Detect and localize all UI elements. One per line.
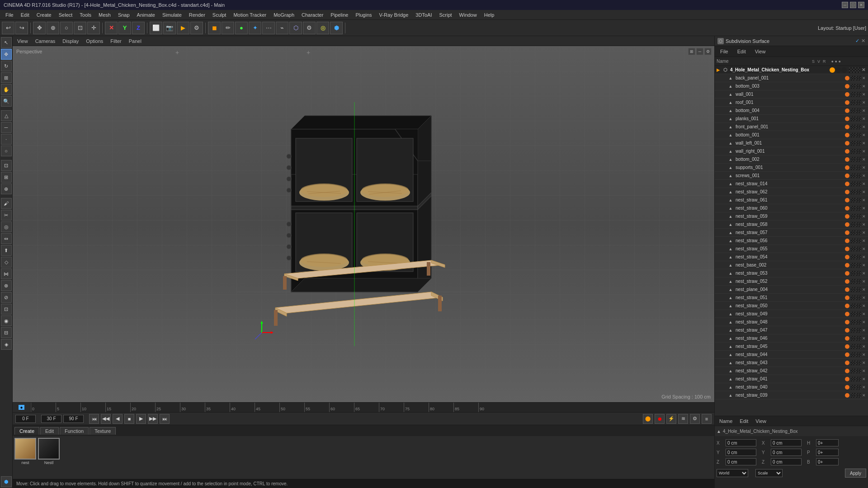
obj-item-nest_straw_046[interactable]: ▲nest_straw_046 ✕ xyxy=(715,334,868,343)
obj-tab-view[interactable]: View xyxy=(752,48,769,55)
menu-render[interactable]: Render xyxy=(185,11,209,19)
zoom-tool[interactable]: 🔍 xyxy=(1,96,12,107)
obj-item-roof_001[interactable]: ▲roof_001 ✕ xyxy=(715,99,868,107)
dot-x-2[interactable]: ✕ xyxy=(862,92,866,97)
obj-item-nest_straw_052[interactable]: ▲nest_straw_052 ✕ xyxy=(715,277,868,286)
motion-button[interactable]: ≋ xyxy=(678,414,688,424)
select-tool[interactable]: ↖ xyxy=(1,37,12,48)
play-button[interactable]: ▶ xyxy=(136,414,146,424)
gear-tool-button[interactable]: ⚙ xyxy=(303,22,316,34)
obj-item-nest_straw_043[interactable]: ▲nest_straw_043 ✕ xyxy=(715,359,868,367)
bulge-button[interactable]: ◎ xyxy=(316,22,329,34)
viewport-options-menu[interactable]: Options xyxy=(84,38,105,44)
dot-x-12[interactable]: ✕ xyxy=(862,174,866,178)
edge-mode[interactable]: ─ xyxy=(1,122,12,133)
subdiv-tool-button[interactable]: ⬡ xyxy=(289,22,302,34)
obj-item-bottom_002[interactable]: ▲bottom_002 ✕ xyxy=(715,155,868,164)
dot-x-25[interactable]: ✕ xyxy=(862,279,866,284)
point-mode[interactable]: · xyxy=(1,134,12,145)
material-swatch-nest[interactable] xyxy=(14,438,36,460)
attr-x-pos[interactable] xyxy=(726,439,756,446)
play-reverse-button[interactable]: ◀ xyxy=(113,414,123,424)
current-frame-input[interactable] xyxy=(15,415,36,423)
dissolve-tool[interactable]: ⊘ xyxy=(1,292,12,303)
obj-item-nest_base_002[interactable]: ▲nest_base_002 ✕ xyxy=(715,261,868,269)
viewport-cameras-menu[interactable]: Cameras xyxy=(33,38,57,44)
object-mode[interactable]: ○ xyxy=(1,145,12,156)
viewport-filter-menu[interactable]: Filter xyxy=(108,38,123,44)
vp-expand-btn[interactable]: ⊞ xyxy=(688,48,695,55)
tab-edit[interactable]: Edit xyxy=(40,427,59,435)
material-tool[interactable]: ◈ xyxy=(1,339,12,350)
obj-item-bottom_001[interactable]: ▲bottom_001 ✕ xyxy=(715,131,868,139)
viewport-panel-menu[interactable]: Panel xyxy=(127,38,143,44)
weld-tool[interactable]: ⊗ xyxy=(1,280,12,291)
prev-frame-button[interactable]: ◀◀ xyxy=(101,414,111,424)
x-axis-button[interactable]: ✕ xyxy=(105,22,118,34)
menu-file[interactable]: File xyxy=(2,11,17,19)
dot-x-17[interactable]: ✕ xyxy=(862,214,866,219)
render-button[interactable]: ▶ xyxy=(177,22,189,34)
loop-tool[interactable]: ⊡ xyxy=(1,304,12,314)
viewport-3d[interactable]: Perspective Grid Spacing : 100 cm ⊞ ─ ⚙ xyxy=(13,46,714,402)
dot-x-1[interactable]: ✕ xyxy=(862,84,866,89)
stop-button[interactable]: ■ xyxy=(124,414,134,424)
dot-x-33[interactable]: ✕ xyxy=(862,344,866,349)
obj-item-nest_straw_054[interactable]: ▲nest_straw_054 ✕ xyxy=(715,253,868,261)
apply-button[interactable]: Apply xyxy=(845,469,866,478)
deformer-button[interactable]: ⌁ xyxy=(276,22,288,34)
obj-item-nest_straw_051[interactable]: ▲nest_straw_051 ✕ xyxy=(715,294,868,302)
dot-x-3[interactable]: ✕ xyxy=(862,100,866,105)
obj-item-screws_001[interactable]: ▲screws_001 ✕ xyxy=(715,172,868,180)
dot-x-31[interactable]: ✕ xyxy=(862,328,866,333)
extrude-tool[interactable]: ⬆ xyxy=(1,245,12,256)
attr-z-pos[interactable] xyxy=(726,458,756,465)
obj-item-wall_right_001[interactable]: ▲wall_right_001 ✕ xyxy=(715,147,868,155)
magnet-tool[interactable]: ◎ xyxy=(1,221,12,232)
dot-x-30[interactable]: ✕ xyxy=(862,320,866,324)
cube-button[interactable]: ◼ xyxy=(208,22,221,34)
go-start-button[interactable]: ⏮ xyxy=(89,414,99,424)
attr-y-pos[interactable] xyxy=(726,449,756,456)
obj-item-nest_straw_039[interactable]: ▲nest_straw_039 ✕ xyxy=(715,391,868,399)
menu-snap[interactable]: Snap xyxy=(114,11,133,19)
axis-tool[interactable]: ⊕ xyxy=(1,183,12,194)
circle-tool-button[interactable]: ○ xyxy=(60,22,73,34)
obj-item-nest_straw_055[interactable]: ▲nest_straw_055 ✕ xyxy=(715,245,868,253)
menu-mograph[interactable]: MoGraph xyxy=(270,11,298,19)
menu-sculpt[interactable]: Sculpt xyxy=(209,11,230,19)
dot-x-35[interactable]: ✕ xyxy=(862,361,866,365)
dot-x-btn[interactable]: ✕ xyxy=(861,67,866,73)
settings-button[interactable]: ⚙ xyxy=(690,414,700,424)
obj-item-nest_straw_048[interactable]: ▲nest_straw_048 ✕ xyxy=(715,318,868,326)
redo-button[interactable]: ↪ xyxy=(15,22,28,34)
dot-x-39[interactable]: ✕ xyxy=(862,393,866,398)
obj-item-nest_straw_062[interactable]: ▲nest_straw_062 ✕ xyxy=(715,188,868,196)
add-object-button[interactable]: ⊕ xyxy=(47,22,59,34)
brush-button[interactable]: ● xyxy=(235,22,248,34)
attr-p-val[interactable] xyxy=(816,449,839,456)
obj-root-item[interactable]: ▶ ⬡ 4_Hole_Metal_Chicken_Nesting_Box ✕ xyxy=(715,66,868,74)
obj-item-wall_001[interactable]: ▲wall_001 ✕ xyxy=(715,90,868,99)
end-frame-input[interactable] xyxy=(63,415,84,423)
dot-x-15[interactable]: ✕ xyxy=(862,198,866,202)
dot-x-7[interactable]: ✕ xyxy=(862,133,866,137)
dot-x-37[interactable]: ✕ xyxy=(862,377,866,381)
menu-simulate[interactable]: Simulate xyxy=(159,11,185,19)
knife-tool[interactable]: ✂ xyxy=(1,210,12,221)
rotate-tool[interactable]: ↻ xyxy=(1,61,12,71)
scale-tool-button[interactable]: ⊡ xyxy=(74,22,86,34)
obj-item-nest_straw_056[interactable]: ▲nest_straw_056 ✕ xyxy=(715,237,868,245)
scale-mode-select[interactable]: Scale Size xyxy=(755,469,783,477)
obj-item-nest_straw_057[interactable]: ▲nest_straw_057 ✕ xyxy=(715,229,868,237)
dot-x-36[interactable]: ✕ xyxy=(862,369,866,373)
scale2-tool[interactable]: ⊞ xyxy=(1,72,12,83)
obj-item-front_panel_001[interactable]: ▲front_panel_001 ✕ xyxy=(715,123,868,131)
dot-x-22[interactable]: ✕ xyxy=(862,255,866,259)
bevel-tool[interactable]: ◇ xyxy=(1,257,12,267)
dot-x-11[interactable]: ✕ xyxy=(862,165,866,170)
dot-x-24[interactable]: ✕ xyxy=(862,271,866,276)
camera-button[interactable]: 📷 xyxy=(163,22,176,34)
undo-button[interactable]: ↩ xyxy=(2,22,14,34)
viewport-display-menu[interactable]: Display xyxy=(61,38,80,44)
